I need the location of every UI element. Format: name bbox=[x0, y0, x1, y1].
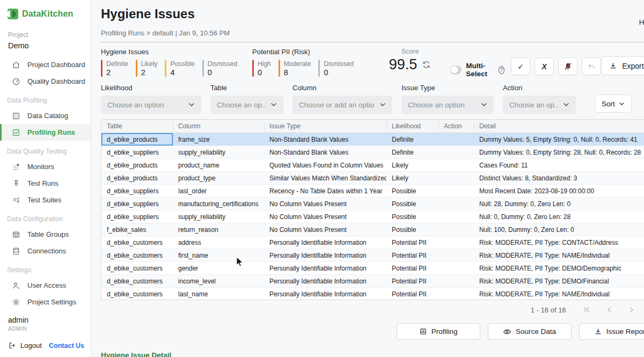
sidebar-item-test-suites[interactable]: Test Suites bbox=[0, 192, 91, 208]
stat-value: 2 bbox=[141, 68, 158, 77]
cell-column: income_level bbox=[173, 275, 264, 287]
col-header-likelihood[interactable]: Likelihood bbox=[386, 120, 438, 133]
stat-group-title: Potential PII (Risk) bbox=[252, 48, 361, 56]
table-row[interactable]: d_ebike_products product_type Similar Va… bbox=[101, 172, 644, 185]
sidebar-item-data-catalog[interactable]: Data Catalog bbox=[0, 107, 91, 124]
select-placeholder: Choose an op... bbox=[217, 101, 265, 109]
sidebar-item-monitors[interactable]: Monitors bbox=[0, 158, 91, 175]
likelihood-select[interactable]: Choose an option bbox=[101, 96, 201, 114]
cell-likelihood: Potential PII bbox=[386, 236, 438, 249]
cell-likelihood: Possible bbox=[386, 210, 438, 223]
help-circle-icon[interactable]: ? bbox=[499, 66, 504, 74]
stat-value: 0 bbox=[324, 68, 353, 77]
sidebar-item-label: User Access bbox=[27, 281, 66, 289]
chevron-down-icon bbox=[379, 103, 386, 107]
table-row[interactable]: d_ebike_products product_name Quoted Val… bbox=[101, 159, 644, 172]
sidebar-item-project-settings[interactable]: Project Settings bbox=[0, 294, 91, 310]
col-header-action[interactable]: Action bbox=[438, 120, 474, 133]
cell-likelihood: Possible bbox=[386, 185, 438, 197]
sidebar-item-label: Quality Dashboard bbox=[27, 77, 85, 85]
cell-column: first_name bbox=[173, 249, 264, 261]
cell-column: return_reason bbox=[173, 223, 264, 236]
table-row[interactable]: d_ebike_suppliers supply_reliability No … bbox=[101, 210, 644, 223]
col-header-table[interactable]: Table bbox=[101, 120, 173, 133]
table-row[interactable]: f_ebike_sales return_reason No Column Va… bbox=[101, 223, 644, 236]
cell-issue-type: Quoted Values Found in Column Values bbox=[264, 159, 386, 171]
chevron-down-icon bbox=[619, 102, 625, 106]
stat-pii-dismissed: Dismissed0 bbox=[318, 60, 353, 77]
table-header-row: Table Column Issue Type Likelihood Actio… bbox=[101, 120, 644, 133]
profiling-report-icon bbox=[419, 327, 427, 336]
cell-detail: Dummy Values: 0, Empty String: 28, Null:… bbox=[474, 146, 644, 158]
cell-detail: Risk: MODERATE, PII Type: CONTACT/Addres… bbox=[474, 236, 644, 249]
stat-color-bar bbox=[165, 60, 166, 77]
table-row[interactable]: d_ebike_suppliers last_order Recency - N… bbox=[101, 185, 644, 198]
action-select[interactable]: Choose an op... bbox=[503, 96, 576, 114]
cell-table[interactable]: d_ebike_products bbox=[101, 133, 173, 145]
table-row[interactable]: d_ebike_customers last_name Personally I… bbox=[101, 288, 644, 300]
cell-column: address bbox=[173, 236, 264, 249]
col-header-detail[interactable]: Detail bbox=[474, 120, 644, 133]
project-label: Project bbox=[8, 31, 91, 39]
table-row[interactable]: d_ebike_products frame_size Non-Standard… bbox=[101, 133, 644, 146]
cell-column: supply_reliability bbox=[173, 146, 264, 158]
prev-page-icon[interactable] bbox=[605, 305, 613, 314]
undo-button[interactable] bbox=[582, 57, 601, 75]
issue-report-label: Issue Report bbox=[606, 327, 644, 336]
sidebar-item-profiling-runs[interactable]: Profiling Runs bbox=[0, 124, 91, 141]
cell-issue-type: No Column Values Present bbox=[264, 223, 386, 236]
table-row[interactable]: d_ebike_customers income_level Personall… bbox=[101, 275, 644, 288]
multi-select-toggle[interactable] bbox=[450, 65, 462, 74]
table-row[interactable]: d_ebike_customers address Personally Ide… bbox=[101, 236, 644, 249]
filter-label: Table bbox=[210, 84, 283, 92]
column-select[interactable]: Choose or add an option bbox=[292, 96, 392, 114]
filter-action: Action Choose an op... bbox=[503, 84, 576, 114]
issue-type-select[interactable]: Choose an option bbox=[401, 96, 494, 114]
cell-action bbox=[438, 185, 474, 197]
mute-bell-slash-button[interactable] bbox=[558, 57, 577, 75]
stat-label: Moderate bbox=[284, 60, 311, 68]
cell-action bbox=[438, 223, 474, 236]
col-header-issue-type[interactable]: Issue Type bbox=[264, 120, 386, 133]
table-row[interactable]: d_ebike_customers first_name Personally … bbox=[101, 249, 644, 262]
sort-button[interactable]: Sort bbox=[595, 94, 632, 113]
help-menu[interactable]: Help bbox=[639, 18, 644, 26]
table-row[interactable]: d_ebike_suppliers supply_reliability Non… bbox=[101, 146, 644, 159]
source-data-button[interactable]: Source Data bbox=[488, 323, 572, 340]
stat-moderate: Moderate8 bbox=[279, 60, 311, 77]
filter-label: Action bbox=[503, 84, 576, 92]
profiling-button[interactable]: Profiling bbox=[397, 323, 480, 340]
export-button[interactable]: Export bbox=[601, 56, 644, 75]
issue-report-button[interactable]: Issue Report bbox=[579, 323, 644, 340]
header-divider bbox=[101, 42, 644, 42]
page-range: 1 - 16 of 16 bbox=[531, 306, 566, 314]
reject-button[interactable]: X bbox=[535, 57, 554, 75]
table-row[interactable]: d_ebike_customers gender Personally Iden… bbox=[101, 262, 644, 275]
sidebar-item-label: Profiling Runs bbox=[27, 128, 75, 136]
select-placeholder: Choose or add an option bbox=[299, 101, 374, 109]
stat-value: 2 bbox=[106, 68, 128, 77]
filter-likelihood: Likelihood Choose an option bbox=[101, 84, 201, 114]
table-row[interactable]: d_ebike_suppliers manufacturing_certific… bbox=[101, 198, 644, 210]
sidebar-item-user-access[interactable]: User Access bbox=[0, 277, 91, 294]
col-header-column[interactable]: Column bbox=[173, 120, 264, 133]
cell-table: f_ebike_sales bbox=[101, 223, 173, 236]
first-page-icon[interactable] bbox=[582, 305, 591, 314]
sidebar-item-project-dashboard[interactable]: Project Dashboard bbox=[0, 56, 91, 73]
sidebar-item-quality-dashboard[interactable]: Quality Dashboard bbox=[0, 73, 91, 90]
refresh-icon[interactable] bbox=[422, 60, 431, 69]
sidebar-item-connections[interactable]: Connections bbox=[0, 243, 91, 259]
sidebar-item-test-runs[interactable]: Test Runs bbox=[0, 175, 91, 192]
cell-table: d_ebike_suppliers bbox=[101, 198, 173, 210]
cell-likelihood: Definite bbox=[386, 146, 438, 158]
contact-us-link[interactable]: Contact Us bbox=[49, 342, 84, 349]
logout-button[interactable]: Logout bbox=[8, 341, 42, 349]
cell-column: last_order bbox=[173, 185, 264, 197]
potential-pii-stats: Potential PII (Risk) High0 Moderate8 Dis… bbox=[252, 48, 361, 77]
page-title: Hygiene Issues bbox=[101, 6, 195, 21]
stat-label: High bbox=[258, 60, 271, 68]
sidebar-item-table-groups[interactable]: Table Groups bbox=[0, 226, 91, 243]
next-page-icon[interactable] bbox=[627, 305, 636, 314]
table-select[interactable]: Choose an op... bbox=[210, 96, 283, 114]
approve-button[interactable]: ✓ bbox=[511, 57, 530, 75]
